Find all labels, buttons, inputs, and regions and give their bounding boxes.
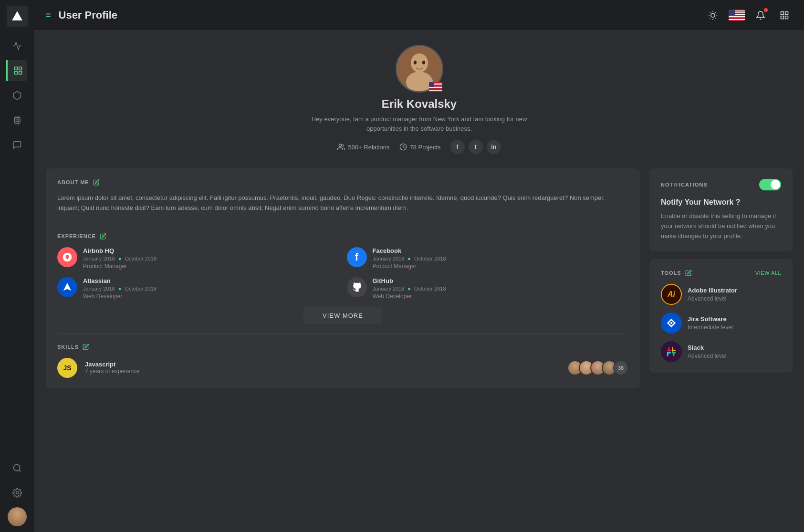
about-title: ABOUT ME xyxy=(57,179,89,185)
divider-2 xyxy=(57,334,628,334)
facebook-dates: January 2018 ● October 2018 xyxy=(373,256,446,261)
svg-rect-4 xyxy=(19,72,21,74)
notification-badge xyxy=(764,8,768,12)
notifications-header: NOTIFICATIONS xyxy=(661,179,781,190)
notifications-card: NOTIFICATIONS Notify Your Network ? Enab… xyxy=(649,168,793,251)
about-card: ABOUT ME Lorem ipsum dolor sit amet, con… xyxy=(46,168,640,388)
notification-bell-icon[interactable] xyxy=(752,7,769,23)
airbnb-info: Airbnb HQ January 2018 ● October 2018 Pr… xyxy=(83,247,157,270)
relations-icon xyxy=(337,143,345,151)
sidebar-item-activity[interactable] xyxy=(7,35,28,56)
facebook-link[interactable]: f xyxy=(450,140,465,154)
sidebar-item-search[interactable] xyxy=(7,458,28,479)
svg-rect-26 xyxy=(785,16,788,19)
social-links: f t in xyxy=(450,140,501,154)
projects-icon xyxy=(399,143,407,151)
sidebar-item-chip[interactable] xyxy=(7,110,28,131)
svg-rect-41 xyxy=(672,352,676,354)
github-role: Web Developer xyxy=(373,293,446,300)
tools-view-all[interactable]: VIEW ALL xyxy=(755,270,781,276)
svg-rect-23 xyxy=(781,11,784,14)
linkedin-link[interactable]: in xyxy=(487,140,501,154)
experience-section-header: EXPERIENCE xyxy=(57,233,628,240)
jira-name: Jira Software xyxy=(688,315,733,323)
apps-grid-icon[interactable] xyxy=(776,7,793,23)
exp-airbnb: Airbnb HQ January 2018 ● October 2018 Pr… xyxy=(57,247,339,270)
svg-point-31 xyxy=(422,61,425,64)
skills-title: SKILLS xyxy=(57,344,79,350)
facebook-role: Product Manager xyxy=(373,263,446,270)
tool-slack: Slack Advanced level xyxy=(661,341,781,362)
theme-toggle-icon[interactable] xyxy=(705,7,721,23)
language-flag[interactable] xyxy=(729,10,745,21)
github-company: GitHub xyxy=(373,277,446,284)
tools-card: TOOLS VIEW ALL Ai Adobe Illustrator xyxy=(649,259,793,373)
menu-icon[interactable]: ≡ xyxy=(46,10,51,20)
skill-js-badge: JS xyxy=(57,358,77,378)
tools-title-wrapper: TOOLS xyxy=(661,270,692,276)
sidebar-user-avatar[interactable] xyxy=(8,507,27,526)
notifications-description: Enable or disable this setting to manage… xyxy=(661,211,781,241)
projects-count: 78 Projects xyxy=(410,144,441,151)
left-column: ABOUT ME Lorem ipsum dolor sit amet, con… xyxy=(46,168,640,388)
sidebar-item-chat[interactable] xyxy=(7,135,28,156)
jira-level: Intermediate level xyxy=(688,324,733,331)
page-title: User Profile xyxy=(59,9,118,21)
svg-point-14 xyxy=(711,13,715,17)
tools-edit-icon[interactable] xyxy=(685,270,692,276)
github-logo xyxy=(347,277,367,297)
exp-github: GitHub January 2018 ● October 2018 Web D… xyxy=(347,277,629,300)
view-more-button[interactable]: VIEW MORE xyxy=(303,307,382,324)
svg-rect-5 xyxy=(16,119,19,122)
svg-line-22 xyxy=(715,12,716,12)
experience-edit-icon[interactable] xyxy=(100,233,106,240)
app-logo[interactable] xyxy=(7,6,28,27)
profile-header: Erik Kovalsky Hey everyone, Iam a produc… xyxy=(46,45,793,154)
projects-stat: 78 Projects xyxy=(399,143,441,151)
svg-rect-45 xyxy=(672,350,676,352)
profile-flag xyxy=(429,82,442,92)
about-text: Lorem ipsum dolor sit amet, consectetur … xyxy=(57,193,628,213)
tool-jira: Jira Software Intermediate level xyxy=(661,313,781,334)
experience-title: EXPERIENCE xyxy=(57,233,96,239)
sidebar-item-3d[interactable] xyxy=(7,85,28,106)
toggle-knob xyxy=(771,180,780,189)
skills-edit-icon[interactable] xyxy=(83,344,89,350)
tool-illustrator: Ai Adobe Illustrator Advanced level xyxy=(661,284,781,305)
sidebar-item-dashboard[interactable] xyxy=(6,60,27,81)
header: ≡ User Profile xyxy=(34,0,804,31)
svg-rect-2 xyxy=(19,67,21,70)
exp-facebook: f Facebook January 2018 ● October 2018 P… xyxy=(347,247,629,270)
header-actions xyxy=(705,7,793,23)
notifications-title: NOTIFICATIONS xyxy=(661,182,708,188)
main-content: ≡ User Profile xyxy=(34,0,804,532)
profile-stats: 500+ Relations 78 Projects f t in xyxy=(337,140,501,154)
tools-header: TOOLS VIEW ALL xyxy=(661,270,781,276)
facebook-company: Facebook xyxy=(373,247,446,254)
svg-line-12 xyxy=(19,470,21,472)
illustrator-level: Advanced level xyxy=(688,295,737,302)
illustrator-info: Adobe Illustrator Advanced level xyxy=(688,287,737,302)
twitter-link[interactable]: t xyxy=(469,140,483,154)
exp-atlassian: Atlassian January 2018 ● October 2018 We… xyxy=(57,277,339,300)
about-section-header: ABOUT ME xyxy=(57,179,628,186)
slack-name: Slack xyxy=(688,344,726,351)
notify-network-title: Notify Your Network ? xyxy=(661,198,781,207)
cards-row: ABOUT ME Lorem ipsum dolor sit amet, con… xyxy=(46,168,793,388)
svg-rect-24 xyxy=(785,11,788,14)
tools-title: TOOLS xyxy=(661,270,681,276)
svg-rect-6 xyxy=(14,117,20,123)
svg-point-11 xyxy=(14,465,20,471)
notifications-toggle[interactable] xyxy=(759,179,781,190)
svg-point-13 xyxy=(16,492,19,494)
profile-name: Erik Kovalsky xyxy=(382,97,457,111)
svg-rect-1 xyxy=(14,67,17,70)
about-edit-icon[interactable] xyxy=(93,179,100,186)
sidebar-item-settings[interactable] xyxy=(7,482,28,503)
slack-info: Slack Advanced level xyxy=(688,344,726,359)
svg-rect-43 xyxy=(667,352,671,354)
divider-1 xyxy=(57,223,628,223)
atlassian-logo xyxy=(57,277,77,297)
illustrator-logo: Ai xyxy=(661,284,682,305)
skill-js-info: Javascript 7 years of experience xyxy=(85,361,560,375)
